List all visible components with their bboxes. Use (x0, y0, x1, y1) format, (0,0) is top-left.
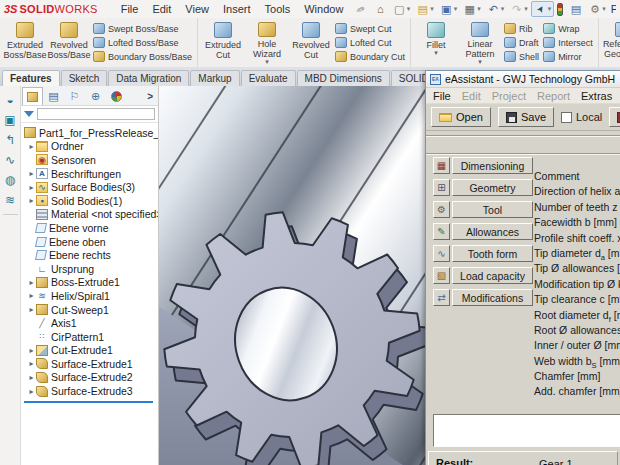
tree-item[interactable]: ▸≋Helix/Spiral1 (21, 289, 158, 303)
tab-data-migration[interactable]: Data Migration (108, 70, 189, 86)
dropdown-caret-icon[interactable]: ▾ (524, 5, 528, 13)
eassistant-open-button[interactable]: Open (431, 107, 491, 127)
load-capacity-icon[interactable] (433, 267, 450, 284)
tree-item[interactable]: ▸Ordner (21, 140, 158, 154)
dropdown-caret-icon[interactable]: ▾ (434, 50, 438, 56)
boundary-boss-base-button[interactable]: Boundary Boss/Base (93, 50, 192, 63)
modifications-icon[interactable] (433, 289, 450, 306)
tooth-form-button[interactable]: Tooth form (452, 245, 533, 262)
tree-item[interactable]: ▸Surface-Extrude1 (21, 357, 158, 371)
dimensioning-icon[interactable] (433, 157, 450, 174)
dropdown-caret-icon[interactable]: ▾ (478, 59, 482, 65)
dimensioning-button[interactable]: Dimensioning (452, 157, 533, 174)
tree-item[interactable]: ▸▪Solid Bodies(1) (21, 194, 158, 208)
tree-item[interactable]: Ebene oben (21, 235, 158, 249)
fillet-button[interactable]: Fillet▾ (414, 20, 458, 65)
home-button[interactable]: ⌂ (371, 1, 390, 17)
revolved-boss-base-button[interactable]: RevolvedBoss/Base (47, 20, 91, 65)
rollback-bar[interactable] (24, 401, 153, 403)
spline-tool-icon[interactable]: ∿ (5, 154, 15, 167)
boundary-cut-button[interactable]: Boundary Cut (335, 50, 405, 63)
undo-button[interactable]: ↶▾ (484, 1, 508, 17)
tree-item[interactable]: ▸Surface-Extrude3 (21, 384, 158, 398)
menubar-item-insert[interactable]: Insert (216, 2, 258, 16)
expand-arrow-icon[interactable]: ▸ (27, 196, 36, 205)
reference-geometry-button[interactable]: ReferenceGeometry▾ (602, 20, 620, 65)
allowances-button[interactable]: Allowances (452, 223, 533, 240)
tree-item[interactable]: ∷CirPattern1 (21, 330, 158, 344)
eassistant-calculate-button[interactable]: ▦ Calculate (609, 107, 620, 127)
menubar-item-view[interactable]: View (178, 2, 216, 16)
dropdown-caret-icon[interactable]: ▾ (477, 5, 481, 13)
dropdown-caret-icon[interactable]: ▾ (430, 5, 434, 13)
extruded-boss-base-button[interactable]: ExtrudedBoss/Base (3, 20, 47, 65)
helix-tool-icon[interactable]: ≋ (5, 194, 15, 207)
linear-pattern-button[interactable]: LinearPattern▾ (458, 20, 502, 65)
tree-item[interactable]: ▸Boss-Extrude1 (21, 276, 158, 290)
local-checkbox[interactable] (561, 112, 572, 123)
tree-item[interactable]: Ebene rechts (21, 248, 158, 262)
eassistant-titlebar[interactable]: EA eAssistant - GWJ Technology GmbH (426, 71, 620, 88)
eassistant-menu-extras[interactable]: Extras (581, 90, 612, 102)
wrap-button[interactable]: Wrap (543, 22, 593, 35)
fill-tool-icon[interactable]: ◍ (5, 174, 15, 187)
lofted-boss-base-button[interactable]: Lofted Boss/Base (93, 36, 192, 49)
expand-arrow-icon[interactable]: ▸ (27, 359, 36, 368)
tree-item[interactable]: ▸Cut-Extrude1 (21, 344, 158, 358)
tree-item[interactable]: ▸∿Surface Bodies(3) (21, 180, 158, 194)
expand-arrow-icon[interactable]: ▸ (27, 142, 36, 151)
extrude-tool-icon[interactable]: ▣ (4, 114, 15, 127)
options-gear-button[interactable]: ⚙▾ (585, 1, 609, 17)
result-value[interactable]: Gear 1 (539, 458, 573, 465)
expand-arrow-icon[interactable]: ▸ (27, 305, 36, 314)
configurationmanager-tab[interactable]: ⚐ (64, 87, 85, 105)
expand-arrow-icon[interactable]: ▸ (27, 278, 36, 287)
tree-item[interactable]: Part1_for_PressRelease_24082601 (Stan (21, 126, 158, 140)
hole-wizard-button[interactable]: HoleWizard▾ (245, 20, 289, 65)
allowances-icon[interactable] (433, 223, 450, 240)
filter-input[interactable] (37, 108, 155, 120)
dropdown-caret-icon[interactable]: ▾ (265, 59, 269, 65)
expand-arrow-icon[interactable]: ▸ (27, 169, 36, 178)
redo-button[interactable]: ↷▾ (507, 1, 531, 17)
pin-menubar-icon[interactable]: ✎ (354, 3, 367, 15)
rib-button[interactable]: Rib (504, 22, 539, 35)
eassistant-save-button[interactable]: Save (498, 107, 554, 127)
new-document-button[interactable]: ▢▾ (390, 1, 414, 17)
tree-item[interactable]: ∟Ursprung (21, 262, 158, 276)
expand-arrow-icon[interactable]: ▸ (27, 387, 36, 396)
save-button[interactable]: ▣▾ (437, 1, 461, 17)
dimxpertmanager-tab[interactable]: ⊕ (85, 87, 106, 105)
expand-arrow-icon[interactable]: ▸ (27, 373, 36, 382)
tab-mbd-dimensions[interactable]: MBD Dimensions (297, 70, 390, 86)
boundary-tool-icon[interactable]: ↰ (5, 134, 15, 147)
dropdown-caret-icon[interactable]: ▾ (602, 5, 606, 13)
geometry-button[interactable]: Geometry (452, 179, 533, 196)
open-button[interactable]: ▤▾ (413, 1, 437, 17)
dropdown-caret-icon[interactable]: ▾ (454, 5, 458, 13)
extruded-cut-button[interactable]: ExtrudedCut (201, 20, 245, 65)
display-settings-button[interactable]: ▤ (566, 1, 585, 17)
expand-arrow-icon[interactable]: ▸ (27, 346, 36, 355)
displaymanager-tab[interactable] (106, 87, 127, 105)
tab-sketch[interactable]: Sketch (61, 70, 108, 86)
tool-button[interactable]: Tool (452, 201, 533, 218)
select-cursor-button[interactable]: ➤▾ (531, 1, 555, 17)
tree-item[interactable]: ╱Axis1 (21, 316, 158, 330)
tree-item[interactable]: ◉Sensoren (21, 153, 158, 167)
dropdown-caret-icon[interactable]: ▾ (407, 5, 411, 13)
menubar-item-tools[interactable]: Tools (258, 2, 298, 16)
swept-boss-base-button[interactable]: Swept Boss/Base (93, 22, 192, 35)
menubar-item-file[interactable]: File (114, 2, 146, 16)
tool-icon[interactable] (433, 201, 450, 218)
rebuild-traffic-light-button[interactable] (554, 1, 566, 17)
tree-item[interactable]: ▸Cut-Sweep1 (21, 303, 158, 317)
tab-features[interactable]: Features (2, 70, 60, 86)
modifications-button[interactable]: Modifications (452, 289, 533, 306)
intersect-button[interactable]: Intersect (543, 36, 593, 49)
tree-item[interactable]: ▸Surface-Extrude2 (21, 371, 158, 385)
shell-button[interactable]: Shell (504, 50, 539, 63)
mirror-button[interactable]: Mirror (543, 50, 593, 63)
eassistant-menu-file[interactable]: File (433, 90, 451, 102)
tab-evaluate[interactable]: Evaluate (241, 70, 296, 86)
